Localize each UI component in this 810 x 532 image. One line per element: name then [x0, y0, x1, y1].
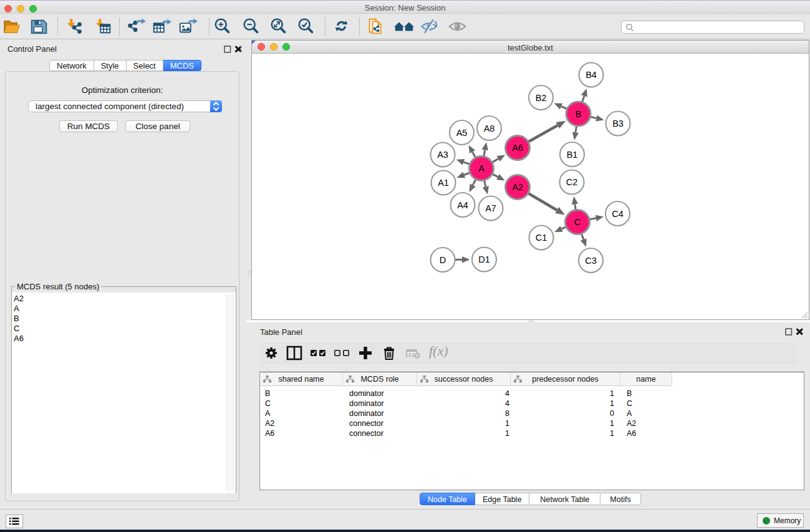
svg-text:C3: C3 — [585, 256, 597, 266]
svg-text:D: D — [440, 255, 446, 265]
svg-text:A8: A8 — [484, 123, 495, 133]
svg-text:B1: B1 — [567, 150, 578, 160]
svg-text:C2: C2 — [566, 177, 578, 187]
svg-text:A5: A5 — [456, 128, 468, 138]
svg-text:A2: A2 — [512, 182, 523, 192]
svg-text:A1: A1 — [438, 178, 449, 188]
svg-text:B3: B3 — [612, 118, 624, 128]
svg-text:A4: A4 — [457, 200, 468, 210]
svg-text:C1: C1 — [536, 233, 547, 243]
svg-text:B: B — [576, 109, 582, 119]
svg-text:A: A — [478, 163, 485, 173]
svg-text:B2: B2 — [536, 93, 547, 103]
svg-text:A7: A7 — [485, 203, 496, 213]
svg-text:D1: D1 — [478, 254, 490, 264]
svg-text:B4: B4 — [586, 70, 597, 80]
svg-text:A6: A6 — [512, 143, 523, 153]
svg-text:A3: A3 — [437, 150, 448, 160]
svg-text:C: C — [574, 217, 581, 227]
svg-text:C4: C4 — [612, 209, 624, 219]
